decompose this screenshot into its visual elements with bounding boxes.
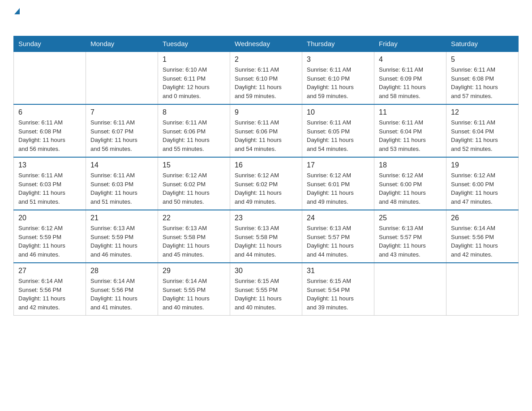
day-info: Sunrise: 6:12 AMSunset: 6:02 PMDaylight:… bbox=[163, 171, 225, 206]
day-info: Sunrise: 6:11 AMSunset: 6:08 PMDaylight:… bbox=[18, 118, 81, 153]
day-number: 3 bbox=[307, 56, 369, 64]
day-info: Sunrise: 6:14 AMSunset: 5:55 PMDaylight:… bbox=[163, 277, 225, 312]
day-info: Sunrise: 6:12 AMSunset: 6:01 PMDaylight:… bbox=[307, 171, 369, 206]
calendar-header-sunday: Sunday bbox=[14, 36, 86, 52]
day-info: Sunrise: 6:11 AMSunset: 6:06 PMDaylight:… bbox=[235, 118, 297, 153]
calendar-cell: 14Sunrise: 6:11 AMSunset: 6:03 PMDayligh… bbox=[86, 157, 158, 210]
calendar-cell: 8Sunrise: 6:11 AMSunset: 6:06 PMDaylight… bbox=[158, 104, 230, 157]
day-number: 20 bbox=[18, 214, 81, 222]
day-info: Sunrise: 6:14 AMSunset: 5:56 PMDaylight:… bbox=[18, 277, 81, 312]
calendar-cell: 20Sunrise: 6:12 AMSunset: 5:59 PMDayligh… bbox=[14, 210, 86, 263]
day-number: 26 bbox=[451, 214, 514, 222]
day-number: 14 bbox=[90, 161, 153, 169]
day-info: Sunrise: 6:11 AMSunset: 6:10 PMDaylight:… bbox=[307, 65, 369, 100]
calendar-header-tuesday: Tuesday bbox=[158, 36, 230, 52]
day-number: 24 bbox=[307, 214, 369, 222]
day-number: 17 bbox=[307, 161, 369, 169]
calendar-header-saturday: Saturday bbox=[446, 36, 519, 52]
day-number: 18 bbox=[379, 161, 442, 169]
page-header bbox=[13, 9, 519, 28]
day-number: 27 bbox=[18, 267, 81, 275]
calendar-cell: 11Sunrise: 6:11 AMSunset: 6:04 PMDayligh… bbox=[374, 104, 446, 157]
day-number: 13 bbox=[18, 161, 81, 169]
day-number: 2 bbox=[235, 56, 297, 64]
calendar-cell: 6Sunrise: 6:11 AMSunset: 6:08 PMDaylight… bbox=[14, 104, 86, 157]
calendar-cell: 25Sunrise: 6:13 AMSunset: 5:57 PMDayligh… bbox=[374, 210, 446, 263]
day-number: 8 bbox=[163, 108, 225, 116]
calendar-cell: 30Sunrise: 6:15 AMSunset: 5:55 PMDayligh… bbox=[230, 263, 302, 316]
calendar-cell: 24Sunrise: 6:13 AMSunset: 5:57 PMDayligh… bbox=[302, 210, 374, 263]
calendar-cell bbox=[86, 51, 158, 104]
day-number: 10 bbox=[307, 108, 369, 116]
day-number: 16 bbox=[235, 161, 297, 169]
day-number: 7 bbox=[90, 108, 153, 116]
calendar-cell: 28Sunrise: 6:14 AMSunset: 5:56 PMDayligh… bbox=[86, 263, 158, 316]
day-info: Sunrise: 6:11 AMSunset: 6:09 PMDaylight:… bbox=[379, 65, 442, 100]
day-info: Sunrise: 6:13 AMSunset: 5:57 PMDaylight:… bbox=[307, 224, 369, 259]
day-info: Sunrise: 6:13 AMSunset: 5:58 PMDaylight:… bbox=[163, 224, 225, 259]
logo bbox=[13, 9, 27, 28]
day-number: 28 bbox=[90, 267, 153, 275]
calendar-cell: 12Sunrise: 6:11 AMSunset: 6:04 PMDayligh… bbox=[446, 104, 519, 157]
calendar-cell: 2Sunrise: 6:11 AMSunset: 6:10 PMDaylight… bbox=[230, 51, 302, 104]
day-info: Sunrise: 6:13 AMSunset: 5:59 PMDaylight:… bbox=[90, 224, 153, 259]
day-number: 23 bbox=[235, 214, 297, 222]
day-info: Sunrise: 6:11 AMSunset: 6:04 PMDaylight:… bbox=[379, 118, 442, 153]
calendar-cell: 15Sunrise: 6:12 AMSunset: 6:02 PMDayligh… bbox=[158, 157, 230, 210]
day-number: 29 bbox=[163, 267, 225, 275]
day-info: Sunrise: 6:14 AMSunset: 5:56 PMDaylight:… bbox=[451, 224, 514, 259]
calendar-cell: 9Sunrise: 6:11 AMSunset: 6:06 PMDaylight… bbox=[230, 104, 302, 157]
calendar-cell: 13Sunrise: 6:11 AMSunset: 6:03 PMDayligh… bbox=[14, 157, 86, 210]
calendar-cell: 31Sunrise: 6:15 AMSunset: 5:54 PMDayligh… bbox=[302, 263, 374, 316]
day-number: 9 bbox=[235, 108, 297, 116]
calendar-week-row: 20Sunrise: 6:12 AMSunset: 5:59 PMDayligh… bbox=[14, 210, 519, 263]
calendar-week-row: 6Sunrise: 6:11 AMSunset: 6:08 PMDaylight… bbox=[14, 104, 519, 157]
day-number: 6 bbox=[18, 108, 81, 116]
calendar-cell: 19Sunrise: 6:12 AMSunset: 6:00 PMDayligh… bbox=[446, 157, 519, 210]
day-info: Sunrise: 6:11 AMSunset: 6:08 PMDaylight:… bbox=[451, 65, 514, 100]
day-info: Sunrise: 6:12 AMSunset: 6:02 PMDaylight:… bbox=[235, 171, 297, 206]
calendar-cell: 10Sunrise: 6:11 AMSunset: 6:05 PMDayligh… bbox=[302, 104, 374, 157]
day-info: Sunrise: 6:10 AMSunset: 6:11 PMDaylight:… bbox=[163, 65, 225, 100]
day-number: 25 bbox=[379, 214, 442, 222]
calendar-cell bbox=[14, 51, 86, 104]
day-info: Sunrise: 6:12 AMSunset: 6:00 PMDaylight:… bbox=[379, 171, 442, 206]
calendar-cell: 1Sunrise: 6:10 AMSunset: 6:11 PMDaylight… bbox=[158, 51, 230, 104]
calendar-cell: 29Sunrise: 6:14 AMSunset: 5:55 PMDayligh… bbox=[158, 263, 230, 316]
calendar-cell: 5Sunrise: 6:11 AMSunset: 6:08 PMDaylight… bbox=[446, 51, 519, 104]
day-info: Sunrise: 6:11 AMSunset: 6:10 PMDaylight:… bbox=[235, 65, 297, 100]
day-number: 31 bbox=[307, 267, 369, 275]
day-number: 15 bbox=[163, 161, 225, 169]
calendar-week-row: 1Sunrise: 6:10 AMSunset: 6:11 PMDaylight… bbox=[14, 51, 519, 104]
calendar-cell: 23Sunrise: 6:13 AMSunset: 5:58 PMDayligh… bbox=[230, 210, 302, 263]
day-number: 30 bbox=[235, 267, 297, 275]
calendar-cell: 18Sunrise: 6:12 AMSunset: 6:00 PMDayligh… bbox=[374, 157, 446, 210]
calendar-cell: 17Sunrise: 6:12 AMSunset: 6:01 PMDayligh… bbox=[302, 157, 374, 210]
calendar-table: SundayMondayTuesdayWednesdayThursdayFrid… bbox=[13, 36, 519, 316]
calendar-cell: 22Sunrise: 6:13 AMSunset: 5:58 PMDayligh… bbox=[158, 210, 230, 263]
calendar-cell: 26Sunrise: 6:14 AMSunset: 5:56 PMDayligh… bbox=[446, 210, 519, 263]
calendar-week-row: 27Sunrise: 6:14 AMSunset: 5:56 PMDayligh… bbox=[14, 263, 519, 316]
calendar-header-thursday: Thursday bbox=[302, 36, 374, 52]
calendar-cell: 21Sunrise: 6:13 AMSunset: 5:59 PMDayligh… bbox=[86, 210, 158, 263]
calendar-cell: 7Sunrise: 6:11 AMSunset: 6:07 PMDaylight… bbox=[86, 104, 158, 157]
day-number: 4 bbox=[379, 56, 442, 64]
calendar-cell bbox=[374, 263, 446, 316]
day-info: Sunrise: 6:11 AMSunset: 6:04 PMDaylight:… bbox=[451, 118, 514, 153]
day-info: Sunrise: 6:15 AMSunset: 5:55 PMDaylight:… bbox=[235, 277, 297, 312]
logo-triangle-icon bbox=[14, 8, 20, 14]
day-number: 19 bbox=[451, 161, 514, 169]
day-info: Sunrise: 6:12 AMSunset: 5:59 PMDaylight:… bbox=[18, 224, 81, 259]
calendar-header-friday: Friday bbox=[374, 36, 446, 52]
day-info: Sunrise: 6:11 AMSunset: 6:03 PMDaylight:… bbox=[18, 171, 81, 206]
calendar-header-wednesday: Wednesday bbox=[230, 36, 302, 52]
calendar-header-monday: Monday bbox=[86, 36, 158, 52]
day-info: Sunrise: 6:13 AMSunset: 5:57 PMDaylight:… bbox=[379, 224, 442, 259]
calendar-cell: 27Sunrise: 6:14 AMSunset: 5:56 PMDayligh… bbox=[14, 263, 86, 316]
day-info: Sunrise: 6:12 AMSunset: 6:00 PMDaylight:… bbox=[451, 171, 514, 206]
calendar-cell bbox=[446, 263, 519, 316]
calendar-cell: 16Sunrise: 6:12 AMSunset: 6:02 PMDayligh… bbox=[230, 157, 302, 210]
day-info: Sunrise: 6:11 AMSunset: 6:06 PMDaylight:… bbox=[163, 118, 225, 153]
day-number: 1 bbox=[163, 56, 225, 64]
day-info: Sunrise: 6:14 AMSunset: 5:56 PMDaylight:… bbox=[90, 277, 153, 312]
